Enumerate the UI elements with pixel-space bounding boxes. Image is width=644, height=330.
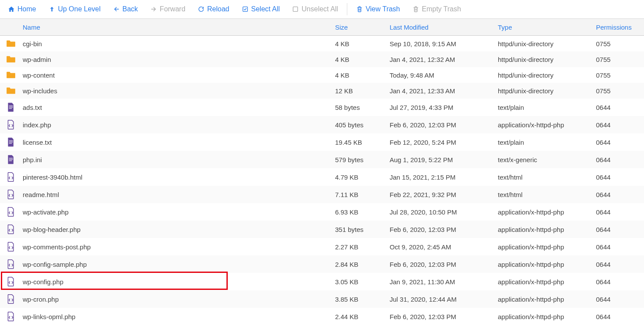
code-file-icon — [7, 120, 15, 129]
file-type: application/x-httpd-php — [498, 208, 596, 216]
file-permissions: 0644 — [596, 208, 644, 216]
file-modified: Oct 9, 2020, 2:45 AM — [390, 243, 498, 251]
table-row[interactable]: wp-activate.php6.93 KBJul 28, 2020, 10:5… — [0, 203, 644, 221]
file-modified: Sep 10, 2018, 9:15 AM — [390, 40, 498, 48]
table-row[interactable]: wp-blog-header.php351 bytesFeb 6, 2020, … — [0, 221, 644, 238]
table-row[interactable]: ads.txt58 bytesJul 27, 2019, 4:33 PMtext… — [0, 99, 644, 116]
header-modified[interactable]: Last Modified — [390, 24, 498, 31]
table-row[interactable]: pinterest-3940b.html4.79 KBJan 15, 2021,… — [0, 168, 644, 186]
reload-label: Reload — [207, 5, 230, 13]
file-type: application/x-httpd-php — [498, 261, 596, 268]
file-modified: Jan 15, 2021, 2:15 PM — [390, 174, 498, 181]
file-name: wp-links-opml.php — [22, 313, 335, 320]
table-row[interactable]: wp-includes12 KBJan 4, 2021, 12:33 AMhtt… — [0, 83, 644, 99]
row-icon — [0, 155, 22, 164]
file-name: wp-includes — [22, 87, 335, 95]
file-size: 4 KB — [335, 71, 390, 79]
file-permissions: 0644 — [596, 226, 644, 233]
file-size: 19.45 KB — [335, 139, 390, 146]
file-modified: Feb 6, 2020, 12:03 PM — [390, 313, 498, 320]
folder-icon — [6, 87, 16, 95]
row-icon — [0, 172, 22, 182]
text-file-icon — [7, 155, 15, 164]
file-permissions: 0755 — [596, 71, 644, 79]
code-file-icon — [7, 207, 15, 217]
row-icon — [0, 207, 22, 217]
square-icon — [292, 6, 299, 13]
file-permissions: 0644 — [596, 104, 644, 111]
header-type[interactable]: Type — [498, 24, 596, 31]
header-permissions[interactable]: Permissions — [596, 24, 644, 31]
svg-rect-8 — [9, 158, 13, 158]
file-permissions: 0644 — [596, 174, 644, 181]
table-row[interactable]: wp-admin4 KBJan 4, 2021, 12:32 AMhttpd/u… — [0, 51, 644, 67]
up-label: Up One Level — [58, 5, 101, 13]
file-name: wp-config-sample.php — [22, 261, 335, 268]
header-size[interactable]: Size — [335, 24, 390, 31]
text-file-icon — [7, 137, 15, 147]
table-row[interactable]: readme.html7.11 KBFeb 22, 2021, 9:32 PMt… — [0, 186, 644, 203]
file-type: application/x-httpd-php — [498, 313, 596, 320]
up-button[interactable]: Up One Level — [42, 3, 107, 16]
back-button[interactable]: Back — [107, 3, 144, 16]
file-size: 351 bytes — [335, 226, 390, 233]
file-modified: Jul 28, 2020, 10:50 PM — [390, 208, 498, 216]
row-icon — [0, 312, 22, 321]
file-modified: Jul 31, 2020, 12:44 AM — [390, 296, 498, 303]
back-icon — [113, 6, 120, 13]
row-icon — [0, 137, 22, 147]
file-name: wp-blog-header.php — [22, 226, 335, 233]
table-row[interactable]: cgi-bin4 KBSep 10, 2018, 9:15 AMhttpd/un… — [0, 36, 644, 51]
code-file-icon — [7, 312, 15, 321]
forward-icon — [150, 6, 157, 13]
table-row[interactable]: wp-config.php3.05 KBJan 9, 2021, 11:30 A… — [0, 273, 644, 290]
file-permissions: 0644 — [596, 191, 644, 198]
svg-rect-3 — [9, 107, 13, 107]
table-row[interactable]: wp-comments-post.php2.27 KBOct 9, 2020, … — [0, 238, 644, 255]
row-icon — [0, 120, 22, 129]
file-type: application/x-httpd-php — [498, 243, 596, 251]
file-permissions: 0644 — [596, 121, 644, 129]
file-name: readme.html — [22, 191, 335, 198]
file-modified: Feb 6, 2020, 12:03 PM — [390, 226, 498, 233]
file-name: wp-cron.php — [22, 296, 335, 303]
table-row[interactable]: index.php405 bytesFeb 6, 2020, 12:03 PMa… — [0, 116, 644, 133]
code-file-icon — [7, 190, 15, 199]
file-size: 4 KB — [335, 40, 390, 48]
file-modified: Jan 4, 2021, 12:33 AM — [390, 87, 498, 95]
code-file-icon — [7, 277, 15, 286]
svg-rect-1 — [293, 7, 298, 12]
file-size: 2.44 KB — [335, 313, 390, 320]
table-row[interactable]: wp-links-opml.php2.44 KBFeb 6, 2020, 12:… — [0, 308, 644, 325]
table-row[interactable]: php.ini579 bytesAug 1, 2019, 5:22 PMtext… — [0, 151, 644, 168]
svg-rect-5 — [9, 140, 13, 141]
code-file-icon — [7, 225, 15, 234]
row-icon — [0, 55, 22, 63]
forward-button: Forward — [144, 3, 192, 16]
unselect-all-label: Unselect All — [301, 5, 338, 13]
trash-icon — [412, 6, 419, 13]
file-size: 12 KB — [335, 87, 390, 95]
svg-rect-0 — [243, 7, 247, 12]
file-permissions: 0755 — [596, 56, 644, 63]
select-all-button[interactable]: Select All — [236, 3, 286, 16]
row-icon — [0, 277, 22, 286]
home-button[interactable]: Home — [2, 3, 42, 16]
file-list: cgi-bin4 KBSep 10, 2018, 9:15 AMhttpd/un… — [0, 36, 644, 325]
file-name: wp-activate.php — [22, 208, 335, 216]
file-size: 579 bytes — [335, 156, 390, 163]
text-file-icon — [7, 102, 15, 112]
toolbar: Home Up One Level Back Forward Reload Se… — [0, 0, 644, 19]
back-label: Back — [123, 5, 138, 13]
table-row[interactable]: license.txt19.45 KBFeb 12, 2020, 5:24 PM… — [0, 133, 644, 151]
up-icon — [48, 6, 55, 13]
reload-icon — [198, 6, 205, 13]
file-name: wp-content — [22, 71, 335, 79]
reload-button[interactable]: Reload — [192, 3, 236, 16]
header-name[interactable]: Name — [0, 24, 335, 31]
table-row[interactable]: wp-config-sample.php2.84 KBFeb 6, 2020, … — [0, 255, 644, 273]
file-type: httpd/unix-directory — [498, 87, 596, 95]
table-row[interactable]: wp-cron.php3.85 KBJul 31, 2020, 12:44 AM… — [0, 290, 644, 308]
table-row[interactable]: wp-content4 KBToday, 9:48 AMhttpd/unix-d… — [0, 67, 644, 83]
view-trash-button[interactable]: View Trash — [350, 3, 406, 16]
